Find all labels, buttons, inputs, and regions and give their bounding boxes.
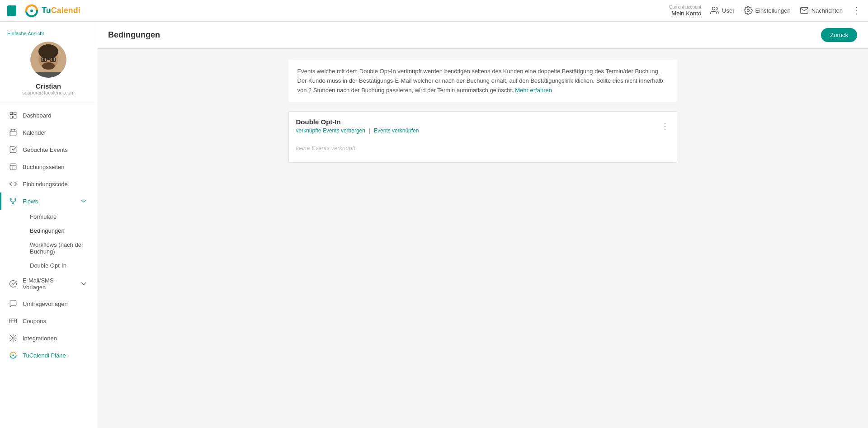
coupon-icon [9,317,17,325]
sidebar-item-coupons[interactable]: Coupons [0,312,97,329]
survey-icon [9,300,17,308]
sidebar-item-buchungsseiten[interactable]: Buchungsseiten [0,158,97,175]
logo-text: TuCalendi [42,6,80,15]
svg-point-6 [38,44,58,59]
info-text: Events welche mit dem Double Opt-In verk… [297,68,663,94]
integration-icon [9,334,17,342]
sidebar-item-formulare[interactable]: Formulare [23,210,97,224]
svg-point-10 [42,58,45,61]
account-label: Current account [669,4,701,10]
code-icon [9,180,17,188]
user-nav-label: User [722,7,734,14]
tucalendi-plans-icon [9,351,17,359]
svg-rect-18 [10,130,16,136]
avatar-image [30,42,66,78]
condition-card-title: Double Opt-In [296,118,419,126]
svg-rect-13 [35,72,62,78]
sidebar-item-tucalendi-plaene[interactable]: TuCalendi Pläne [0,347,97,364]
check-circle-icon [9,280,17,288]
flows-icon [9,197,17,205]
sidebar-item-gebuchte-events-label: Gebuchte Events [23,146,88,153]
user-nav-item[interactable]: User [710,6,734,15]
more-info-link[interactable]: Mehr erfahren [515,87,552,94]
logo: TuCalendi [24,4,80,18]
dashboard-icon [9,111,17,119]
profile-email: support@tucalendi.com [22,90,75,95]
svg-point-1 [30,9,33,12]
sidebar-item-gebuchte-events[interactable]: Gebuchte Events [0,141,97,158]
users-icon [710,6,719,15]
account-info: Current account Mein Konto [669,4,701,18]
sidebar-navigation: Dashboard Kalender Gebuchte Events [0,103,97,428]
svg-rect-14 [10,112,12,114]
chevron-down-icon [80,197,88,205]
sidebar-item-integrationen-label: Integrationen [23,335,88,342]
mail-icon [800,6,809,15]
account-name: Mein Konto [669,10,701,18]
sidebar-item-bedingungen[interactable]: Bedingungen [23,224,97,238]
sidebar-item-workflows[interactable]: Workflows (nach der Buchung) [23,238,97,259]
svg-point-11 [52,58,54,61]
more-options-button[interactable]: ⋮ [660,122,670,131]
condition-card: Double Opt-In verknüpfte Events verberge… [288,111,677,163]
sidebar-item-flows-label: Flows [23,198,74,205]
info-box: Events welche mit dem Double Opt-In verk… [288,60,677,102]
settings-nav-label: Einstellungen [755,7,791,14]
sidebar-item-email-sms-label: E-Mail/SMS-Vorlagen [23,277,74,291]
sidebar-item-umfragevorlagen-label: Umfragevorlagen [23,301,88,307]
nav-left: TuCalendi [7,4,669,18]
back-button[interactable]: Zurück [821,28,857,42]
sidebar-item-integrationen[interactable]: Integrationen [0,329,97,347]
svg-rect-22 [10,164,16,170]
hide-events-link[interactable]: verknüpfte Events verbergen [296,127,365,134]
svg-rect-16 [14,116,16,118]
svg-point-34 [12,354,14,356]
layout: Einfache Ansicht [0,22,868,428]
svg-point-2 [712,7,715,10]
logo-icon [24,4,39,18]
sidebar-item-flows[interactable]: Flows [0,193,97,210]
condition-card-body: keine Events verknüpft [289,137,677,162]
condition-card-left: Double Opt-In verknüpfte Events verberge… [296,118,419,134]
messages-nav-item[interactable]: Nachrichten [800,6,843,15]
svg-point-33 [12,337,14,339]
main-content: Bedingungen Zurück Events welche mit dem… [97,22,868,428]
sidebar-item-tucalendi-plaene-label: TuCalendi Pläne [23,352,88,359]
sidebar-item-double-opt-in[interactable]: Double Opt-In [23,259,97,273]
sidebar-item-kalender[interactable]: Kalender [0,124,97,141]
sidebar: Einfache Ansicht [0,22,97,428]
sidebar-profile: Einfache Ansicht [0,22,97,103]
sidebar-item-einbindungscode-label: Einbindungscode [23,181,88,188]
sidebar-item-email-sms[interactable]: E-Mail/SMS-Vorlagen [0,273,97,295]
sidebar-item-buchungsseiten-label: Buchungsseiten [23,164,88,170]
svg-rect-17 [10,116,12,118]
svg-point-12 [42,62,55,70]
sidebar-item-dashboard[interactable]: Dashboard [0,107,97,124]
more-button[interactable]: ⋮ [852,5,861,16]
svg-rect-15 [14,112,16,114]
page-title: Bedingungen [108,30,160,40]
sidebar-item-kalender-label: Kalender [23,129,88,136]
nav-right: Current account Mein Konto User Einstell… [669,4,861,18]
settings-nav-item[interactable]: Einstellungen [744,6,791,15]
svg-point-3 [747,9,749,12]
calendar-icon [9,128,17,136]
layout-icon [9,163,17,171]
simple-view-link[interactable]: Einfache Ansicht [7,31,44,36]
sidebar-item-coupons-label: Coupons [23,318,88,325]
condition-card-links: verknüpfte Events verbergen | Events ver… [296,127,419,134]
sidebar-item-umfragevorlagen[interactable]: Umfragevorlagen [0,295,97,312]
page-header: Bedingungen Zurück [97,22,868,49]
sidebar-item-einbindungscode[interactable]: Einbindungscode [0,175,97,193]
content-area: Events welche mit dem Double Opt-In verk… [97,49,868,174]
link-separator: | [369,127,370,134]
settings-icon [744,6,753,15]
hamburger-button[interactable] [7,5,16,16]
no-events-text: keine Events verknüpft [296,141,670,155]
connect-events-link[interactable]: Events verknüpfen [374,127,419,134]
top-nav: TuCalendi Current account Mein Konto Use… [0,0,868,22]
chevron-right-icon [80,280,88,288]
sidebar-item-dashboard-label: Dashboard [23,112,88,119]
messages-nav-label: Nachrichten [811,7,843,14]
condition-card-header: Double Opt-In verknüpfte Events verberge… [289,112,677,137]
